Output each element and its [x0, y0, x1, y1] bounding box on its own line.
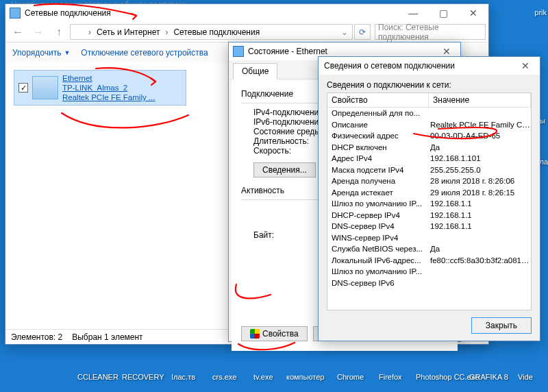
- detail-property: Адрес IPv4: [327, 153, 429, 164]
- desktop-label: компьютер: [286, 373, 324, 381]
- refresh-button[interactable]: ⟳: [354, 24, 371, 40]
- details-list[interactable]: Свойство Значение Определенный для по...…: [327, 93, 532, 310]
- detail-row[interactable]: Аренда получена28 июля 2018 г. 8:26:06: [327, 175, 531, 187]
- detail-property: DHCP включен: [327, 142, 429, 154]
- detail-row[interactable]: WINS-сервер IPv4: [327, 232, 531, 244]
- detail-property: Описание: [327, 119, 429, 131]
- detail-row[interactable]: DNS-сервер IPv4192.168.1.1: [327, 221, 531, 232]
- detail-row[interactable]: Шлюз по умолчанию IP...: [327, 266, 531, 278]
- minimize-button[interactable]: ―: [398, 4, 428, 22]
- window-title: Сведения о сетевом подключении: [324, 61, 511, 71]
- detail-value: Да: [429, 142, 531, 154]
- item-count: Элементов: 2: [11, 332, 62, 342]
- col-property[interactable]: Свойство: [327, 93, 429, 107]
- detail-property: Аренда истекает: [327, 187, 429, 199]
- detail-property: Аренда получена: [327, 175, 429, 187]
- desktop-label: Vide: [518, 373, 533, 381]
- details-button[interactable]: Сведения...: [253, 162, 316, 177]
- connection-labels: Ethernet TP-LINK_Almas_2 Realtek PCIe FE…: [62, 73, 155, 102]
- detail-value: 29 июля 2018 г. 8:26:15: [429, 187, 531, 199]
- detail-value: 192.168.1.1: [429, 198, 531, 210]
- desktop-label: GRAFIKA 8: [469, 373, 508, 381]
- breadcrumb-segment[interactable]: Сетевые подключения: [173, 27, 260, 37]
- detail-row[interactable]: DHCP-сервер IPv4192.168.1.1: [327, 210, 531, 221]
- detail-value: 192.168.1.1: [429, 221, 531, 232]
- detail-property: DNS-сервер IPv4: [327, 221, 429, 232]
- detail-row[interactable]: Маска подсети IPv4255.255.255.0: [327, 164, 531, 176]
- close-button[interactable]: ✕: [511, 57, 540, 75]
- search-placeholder: Поиск: Сетевые подключения: [378, 23, 485, 42]
- detail-value: Realtek PCIe FE Family Controller: [429, 119, 531, 131]
- desktop-label: Ілас.тв: [171, 373, 195, 381]
- maximize-button[interactable]: ▢: [428, 4, 458, 22]
- chevron-down-icon: ▼: [64, 49, 70, 56]
- disable-device-button[interactable]: Отключение сетевого устройства: [81, 48, 208, 58]
- detail-row[interactable]: ОписаниеRealtek PCIe FE Family Controlle…: [327, 119, 531, 131]
- search-input[interactable]: Поиск: Сетевые подключения: [375, 24, 486, 40]
- detail-row[interactable]: DHCP включенДа: [327, 142, 531, 154]
- titlebar[interactable]: Сведения о сетевом подключении ✕: [319, 57, 540, 75]
- detail-value: 00-03-0D-A4-ED-65: [429, 130, 531, 142]
- window-title: Состояние - Ethernet: [248, 47, 433, 56]
- desktop-label: Firefox: [379, 373, 402, 381]
- detail-property: DNS-сервер IPv6: [327, 278, 429, 289]
- connection-details-window: Сведения о сетевом подключении ✕ Сведени…: [318, 56, 540, 341]
- checkbox[interactable]: ✓: [18, 83, 28, 93]
- desktop-label: CCLEANER: [77, 373, 119, 381]
- detail-property: Шлюз по умолчанию IP...: [327, 266, 429, 278]
- close-details-button[interactable]: Закрыть: [471, 317, 532, 334]
- detail-property: Маска подсети IPv4: [327, 164, 429, 176]
- organize-menu[interactable]: Упорядочить ▼: [12, 48, 70, 58]
- window-title: Сетевые подключения: [25, 8, 398, 18]
- col-value[interactable]: Значение: [429, 93, 531, 107]
- tab-general[interactable]: Общие: [233, 63, 277, 79]
- properties-button[interactable]: Свойства: [241, 326, 308, 341]
- detail-row[interactable]: Служба NetBIOS через...Да: [327, 243, 531, 255]
- connection-ssid[interactable]: TP-LINK_Almas_2: [62, 83, 155, 93]
- detail-row[interactable]: Определенный для по...: [327, 108, 531, 119]
- close-button[interactable]: ✕: [458, 4, 488, 22]
- connection-adapter[interactable]: Realtek PCIe FE Family ...: [62, 93, 155, 102]
- adapter-icon: [32, 76, 58, 99]
- detail-value: 28 июля 2018 г. 8:26:06: [429, 175, 531, 187]
- connection-item-ethernet[interactable]: ✓ Ethernet TP-LINK_Almas_2 Realtek PCIe …: [14, 70, 186, 106]
- detail-value: 192.168.1.101: [429, 153, 531, 164]
- desktop-label: prik: [534, 8, 547, 16]
- network-icon: [73, 27, 83, 37]
- back-button[interactable]: ←: [8, 24, 27, 40]
- details-body: Сведения о подключении к сети: Свойство …: [319, 75, 540, 341]
- detail-row[interactable]: Адрес IPv4192.168.1.101: [327, 153, 531, 164]
- detail-row[interactable]: Аренда истекает29 июля 2018 г. 8:26:15: [327, 187, 531, 199]
- desktop-label: crs.exe: [212, 373, 236, 381]
- detail-value: 255.255.255.0: [429, 164, 531, 176]
- up-button[interactable]: ↑: [49, 24, 68, 40]
- detail-property: Локальный IPv6-адрес...: [327, 255, 429, 267]
- breadcrumb-segment[interactable]: Сеть и Интернет: [97, 27, 160, 37]
- shield-icon: [250, 329, 260, 339]
- forward-button[interactable]: →: [29, 24, 48, 40]
- details-subtitle: Сведения о подключении к сети:: [327, 80, 532, 90]
- desktop-label: Chrome: [337, 373, 364, 381]
- detail-property: Физический адрес: [327, 130, 429, 142]
- detail-property: Служба NetBIOS через...: [327, 243, 429, 255]
- detail-value: Да: [429, 243, 531, 255]
- detail-row[interactable]: DNS-сервер IPv6: [327, 278, 531, 289]
- connection-name[interactable]: Ethernet: [62, 73, 155, 83]
- detail-value: [429, 108, 531, 119]
- detail-value: [429, 266, 531, 278]
- detail-row[interactable]: Локальный IPv6-адрес...fe80::ccf5:8a30:b…: [327, 255, 531, 267]
- detail-value: [429, 278, 531, 289]
- detail-property: WINS-сервер IPv4: [327, 232, 429, 244]
- desktop-label: tv.exe: [253, 373, 273, 381]
- list-header: Свойство Значение: [327, 93, 531, 108]
- dropdown-icon[interactable]: ⌄: [341, 27, 352, 37]
- titlebar[interactable]: Сетевые подключения ― ▢ ✕: [5, 4, 488, 22]
- detail-property: Шлюз по умолчанию IP...: [327, 198, 429, 210]
- window-icon: [10, 8, 21, 19]
- detail-row[interactable]: Физический адрес00-03-0D-A4-ED-65: [327, 130, 531, 142]
- address-bar[interactable]: Сеть и Интернет Сетевые подключения ⌄: [70, 24, 353, 40]
- detail-value: fe80::ccf5:8a30:b3f2:a081%13: [429, 255, 531, 267]
- nav-bar: ← → ↑ Сеть и Интернет Сетевые подключени…: [5, 22, 488, 42]
- detail-row[interactable]: Шлюз по умолчанию IP...192.168.1.1: [327, 198, 531, 210]
- detail-value: 192.168.1.1: [429, 210, 531, 221]
